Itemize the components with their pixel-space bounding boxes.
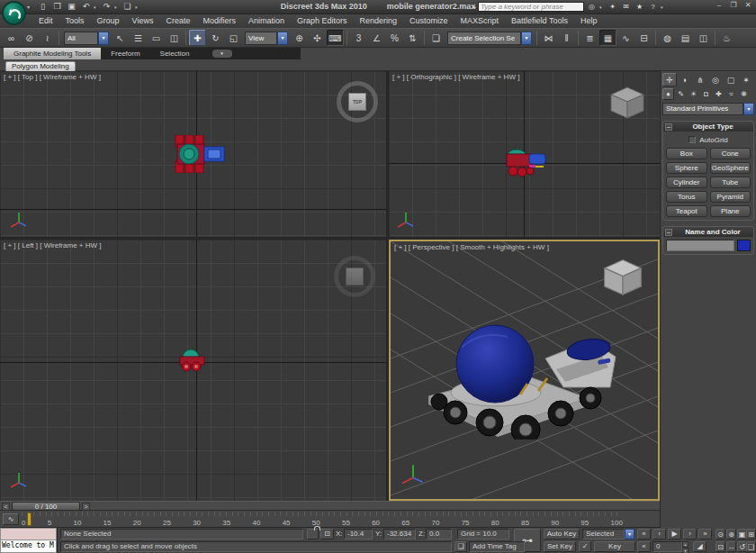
window-crossing-icon[interactable]: ◫ [166, 30, 183, 46]
menu-item[interactable]: Modifiers [196, 14, 242, 28]
primitive-button[interactable]: Plane [710, 205, 752, 217]
primitive-button[interactable]: Tube [710, 177, 752, 188]
time-tag-icon[interactable]: ❏ [454, 541, 467, 552]
listener-macro-pane[interactable] [0, 528, 57, 540]
geometry-category-icon[interactable]: ● [662, 88, 674, 100]
key-step-icon[interactable]: « [637, 541, 651, 552]
bind-to-spacewarp-icon[interactable]: ≀ [39, 30, 56, 46]
menu-item[interactable]: Battlefield Tools [505, 14, 574, 28]
viewcube[interactable] [600, 258, 645, 299]
logo-dropdown-icon[interactable]: ▾ [27, 4, 30, 10]
use-pivot-center-icon[interactable]: ⊕ [291, 30, 308, 46]
primitive-button[interactable]: Sphere [666, 162, 707, 174]
menu-item[interactable]: MAXScript [454, 14, 506, 28]
primitive-button[interactable]: Cone [710, 148, 752, 159]
current-frame-field[interactable]: 0 ▴ ▾ [652, 541, 688, 552]
key-filters-button[interactable]: Key Filters... [594, 541, 635, 552]
motion-tab-icon[interactable]: ◎ [708, 73, 723, 86]
menu-item[interactable]: Help [574, 14, 604, 28]
frame-spinner[interactable]: ▴ ▾ [682, 541, 688, 552]
menu-item[interactable]: Rendering [354, 14, 404, 28]
auto-key-button[interactable]: Auto Key [544, 529, 580, 539]
create-tab-icon[interactable]: ✛ [662, 73, 677, 86]
spinner-snap-icon[interactable]: ⇅ [404, 30, 421, 46]
collapse-icon[interactable]: – [665, 123, 672, 131]
next-frame-arrow-icon[interactable]: > [82, 503, 90, 511]
default-tangent-icon[interactable]: ◢ [693, 541, 706, 552]
menu-item[interactable]: Create [159, 14, 196, 28]
shapes-category-icon[interactable]: ✎ [675, 88, 687, 100]
curve-editor-icon[interactable]: ∿ [617, 30, 634, 46]
menu-item[interactable]: Graph Editors [291, 14, 354, 28]
maximize-viewport-icon[interactable]: ❑ [746, 541, 756, 552]
menu-item[interactable]: Tools [59, 14, 91, 28]
viewport-top[interactable]: [ + ] [ Top ] [ Wireframe + HW ] TOP [0, 71, 386, 237]
helpers-category-icon[interactable]: ✚ [713, 88, 724, 100]
new-key-tangent-icon[interactable]: ✓ [579, 541, 591, 552]
chevron-down-icon[interactable]: ▾ [277, 32, 288, 45]
zoom-all-icon[interactable]: ⊕ [726, 529, 736, 539]
play-icon[interactable]: ▶ [668, 529, 681, 539]
rendered-frame-window-icon[interactable]: ◫ [695, 30, 712, 46]
viewcube[interactable]: TOP [337, 81, 378, 122]
ribbon-collapse-icon[interactable]: ▾ [212, 50, 232, 58]
chevron-down-icon[interactable]: ▾ [625, 529, 634, 539]
schematic-view-icon[interactable]: ⊟ [635, 30, 652, 46]
primitive-button[interactable]: Pyramid [710, 191, 752, 203]
track-bar-ruler[interactable]: 0510152025303540455055606570758085909510… [22, 512, 623, 528]
primitive-button[interactable]: GeoSphere [710, 162, 752, 174]
material-editor-icon[interactable]: ◍ [659, 30, 676, 46]
select-and-manipulate-icon[interactable]: ✣ [309, 30, 326, 46]
viewport-label[interactable]: [ + ] [ Left ] [ Wireframe + HW ] [4, 241, 101, 249]
search-input[interactable] [478, 2, 584, 12]
spinner-up-icon[interactable]: ▴ [682, 541, 688, 548]
tab-graphite-modeling-tools[interactable]: Graphite Modeling Tools [4, 48, 101, 59]
render-production-icon[interactable]: ♨ [718, 30, 735, 46]
z-coordinate-field[interactable]: 0.0 [426, 529, 452, 539]
viewport-label[interactable]: [ + ] [ Orthographic ] [ Wireframe + HW … [392, 73, 519, 81]
graphite-ribbon-toggle-icon[interactable]: ▦ [599, 30, 616, 46]
align-icon[interactable]: ‖ [558, 30, 575, 46]
spinner-down-icon[interactable]: ▾ [682, 548, 688, 553]
selection-filter-dropdown[interactable]: All ▾ [64, 32, 109, 45]
add-time-tag[interactable]: Add Time Tag [469, 541, 525, 552]
minimize-icon[interactable]: – [713, 1, 725, 11]
frame-value[interactable]: 0 [652, 541, 682, 552]
angle-snap-icon[interactable]: ∠ [368, 30, 385, 46]
selection-lock-toggle[interactable] [307, 529, 319, 539]
viewport-left[interactable]: [ + ] [ Left ] [ Wireframe + HW ] [0, 240, 386, 501]
hierarchy-tab-icon[interactable]: ⋔ [693, 73, 707, 86]
named-selection-dropdown[interactable]: Create Selection Se ▾ [447, 32, 532, 45]
viewport-label[interactable]: [ + ] [ Top ] [ Wireframe + HW ] [4, 73, 101, 81]
favorites-icon[interactable]: ★ [634, 2, 645, 13]
search-go-icon[interactable]: ▸ [472, 4, 476, 11]
chevron-down-icon[interactable]: ▾ [521, 32, 532, 45]
rollout-header[interactable]: – Name and Color [663, 227, 753, 237]
rectangular-selection-region-icon[interactable]: ▭ [148, 30, 165, 46]
maxscript-mini-listener[interactable]: Welcome to M [0, 528, 58, 553]
rover-model-top-view[interactable] [174, 135, 228, 173]
select-and-rotate-icon[interactable]: ↻ [207, 30, 224, 46]
rover-model[interactable] [412, 304, 619, 440]
snap-toggle-3d-icon[interactable]: 3 [350, 30, 367, 46]
primitive-button[interactable]: Teapot [666, 205, 707, 217]
track-bar[interactable]: ∿ 05101520253035404550556065707580859095… [0, 512, 660, 528]
select-and-scale-icon[interactable]: ◱ [225, 30, 242, 46]
close-icon[interactable]: ✕ [742, 1, 754, 11]
primitive-category-dropdown[interactable]: Standard Primitives ▾ [662, 103, 754, 115]
object-color-swatch[interactable] [737, 240, 751, 251]
previous-frame-arrow-icon[interactable]: < [2, 503, 10, 511]
search-dropdown-icon[interactable]: ▾ [599, 5, 605, 10]
next-frame-icon[interactable]: › [683, 529, 697, 539]
select-and-link-icon[interactable]: ∞ [3, 30, 20, 46]
y-coordinate-field[interactable]: -32.634 [383, 529, 416, 539]
absolute-mode-icon[interactable]: ⊡ [320, 529, 334, 539]
mirror-icon[interactable]: ⋈ [540, 30, 557, 46]
primitive-button[interactable]: Cylinder [666, 177, 707, 188]
communication-center-icon[interactable]: ✉ [620, 2, 632, 13]
spacewarps-category-icon[interactable]: ≈ [725, 88, 737, 100]
set-key-button[interactable]: Set Key [544, 541, 576, 552]
rover-model-ortho-view[interactable] [502, 147, 553, 177]
x-coordinate-field[interactable]: -10.4 [344, 529, 373, 539]
render-setup-icon[interactable]: ▤ [677, 30, 694, 46]
